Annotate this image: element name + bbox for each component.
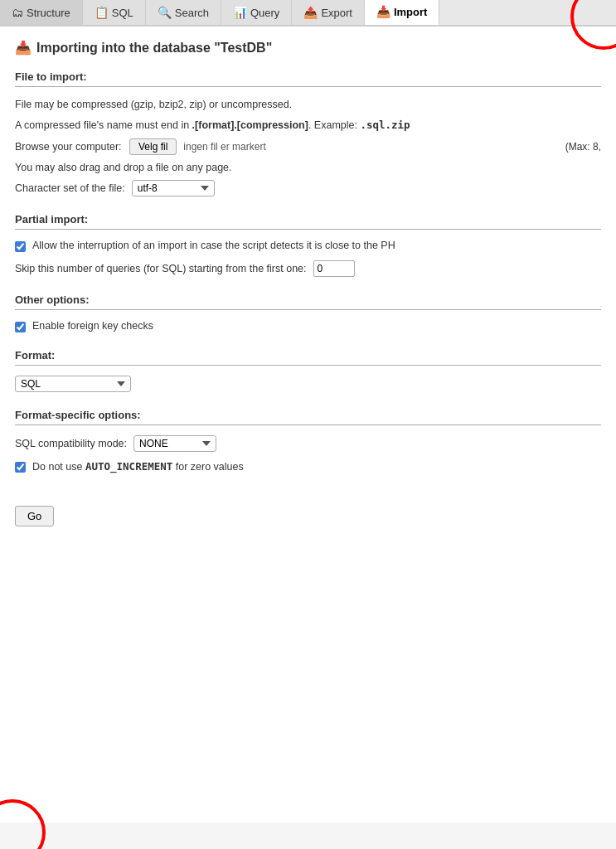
sql-icon: 📋: [95, 6, 109, 19]
file-import-section: File to import: File may be compressed (…: [15, 70, 601, 196]
tab-export-label: Export: [321, 7, 352, 19]
charset-label: Character set of the file:: [15, 182, 125, 194]
file-import-header: File to import:: [15, 70, 601, 87]
page-title: 📥 Importing into the database "TestDB": [15, 40, 601, 56]
auto-increment-checkbox[interactable]: [15, 462, 26, 473]
tab-structure[interactable]: 🗂 Structure: [0, 0, 83, 25]
skip-queries-row: Skip this number of queries (for SQL) st…: [15, 260, 601, 277]
sql-compat-label: SQL compatibility mode:: [15, 438, 127, 449]
other-options-header: Other options:: [15, 294, 601, 310]
allow-interruption-checkbox[interactable]: [15, 241, 26, 252]
foreign-key-checkbox[interactable]: [15, 322, 26, 332]
tab-structure-label: Structure: [27, 7, 70, 19]
skip-queries-input[interactable]: [313, 260, 355, 277]
file-name-text: ingen fil er markert: [183, 141, 265, 153]
search-icon: 🔍: [158, 6, 172, 19]
example-bold: .sql.zip: [360, 119, 410, 131]
foreign-key-row: Enable foreign key checks: [15, 320, 601, 332]
file-info-line2: A compressed file's name must end in .[f…: [15, 118, 601, 133]
charset-select[interactable]: utf-8 latin1 utf-16: [132, 180, 215, 196]
tab-query-label: Query: [250, 7, 279, 19]
tab-export[interactable]: 📤 Export: [292, 0, 365, 25]
format-specific-header: Format-specific options:: [15, 409, 601, 425]
partial-import-section: Partial import: Allow the interruption o…: [15, 213, 601, 277]
browse-row: Browse your computer: Velg fil ingen fil…: [15, 138, 601, 155]
partial-import-header: Partial import:: [15, 213, 601, 230]
format-section: Format: SQL CSV JSON XML: [15, 349, 601, 392]
foreign-key-label: Enable foreign key checks: [32, 320, 153, 332]
tab-import[interactable]: 📥 Import: [365, 0, 439, 25]
auto-increment-code: AUTO_INCREMENT: [85, 460, 172, 473]
tab-sql-label: SQL: [112, 7, 133, 19]
tab-query[interactable]: 📊 Query: [221, 0, 292, 25]
tab-search-label: Search: [175, 7, 209, 19]
charset-row: Character set of the file: utf-8 latin1 …: [15, 180, 601, 196]
allow-interruption-row: Allow the interruption of an import in c…: [15, 240, 601, 252]
main-content: 📥 Importing into the database "TestDB" F…: [0, 27, 616, 822]
sql-compat-select[interactable]: NONE ANSI DB2 MAXDB MYSQL323: [133, 435, 216, 452]
browse-button[interactable]: Velg fil: [129, 138, 177, 155]
structure-icon: 🗂: [12, 6, 23, 19]
format-specific-section: Format-specific options: SQL compatibili…: [15, 409, 601, 473]
tab-sql[interactable]: 📋 SQL: [83, 0, 146, 25]
import-icon: 📥: [376, 5, 390, 18]
tab-import-label: Import: [394, 6, 427, 18]
other-options-section: Other options: Enable foreign key checks: [15, 294, 601, 332]
max-size-text: (Max: 8,: [565, 141, 601, 153]
format-select-row: SQL CSV JSON XML: [15, 376, 601, 392]
skip-queries-label: Skip this number of queries (for SQL) st…: [15, 263, 307, 274]
tab-bar: 🗂 Structure 📋 SQL 🔍 Search 📊 Query 📤 Exp…: [0, 0, 616, 27]
format-header: Format:: [15, 349, 601, 366]
file-info-line1: File may be compressed (gzip, bzip2, zip…: [15, 97, 601, 113]
sql-compat-row: SQL compatibility mode: NONE ANSI DB2 MA…: [15, 435, 601, 452]
tab-search[interactable]: 🔍 Search: [146, 0, 221, 25]
auto-increment-row: Do not use AUTO_INCREMENT for zero value…: [15, 460, 601, 473]
page-title-icon: 📥: [15, 40, 32, 56]
drag-drop-text: You may also drag and drop a file on any…: [15, 162, 601, 173]
format-select[interactable]: SQL CSV JSON XML: [15, 376, 131, 392]
allow-interruption-label: Allow the interruption of an import in c…: [32, 240, 395, 251]
format-compression-bold: .[format].[compression]: [192, 119, 308, 131]
auto-increment-label: Do not use AUTO_INCREMENT for zero value…: [32, 460, 244, 473]
go-button[interactable]: Go: [15, 506, 54, 526]
query-icon: 📊: [233, 6, 247, 19]
export-icon: 📤: [303, 6, 318, 19]
browse-label: Browse your computer:: [15, 141, 123, 153]
page-title-text: Importing into the database "TestDB": [36, 41, 272, 56]
